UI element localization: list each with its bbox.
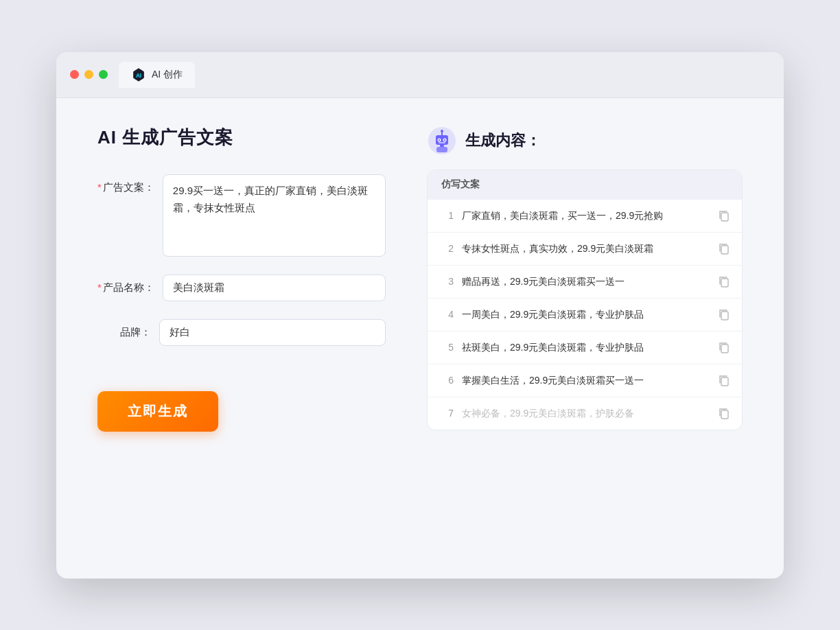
copy-icon[interactable] — [717, 275, 731, 288]
table-row: 2专抹女性斑点，真实功效，29.9元美白淡斑霜 — [428, 232, 742, 265]
svg-rect-10 — [440, 145, 444, 147]
required-star-1: * — [97, 181, 102, 193]
close-button[interactable] — [70, 70, 79, 79]
maximize-button[interactable] — [99, 70, 108, 79]
svg-text:AI: AI — [136, 72, 141, 78]
row-text: 厂家直销，美白淡斑霜，买一送一，29.9元抢购 — [462, 209, 709, 223]
generate-button[interactable]: 立即生成 — [97, 391, 218, 432]
product-name-label: *产品名称： — [97, 275, 163, 294]
required-star-2: * — [97, 281, 102, 293]
row-text: 一周美白，29.9元美白淡斑霜，专业护肤品 — [462, 307, 709, 322]
right-title: 生成内容： — [465, 130, 541, 151]
copy-icon[interactable] — [717, 406, 731, 420]
svg-rect-19 — [721, 410, 728, 419]
window-controls — [70, 70, 108, 79]
copy-icon[interactable] — [717, 242, 731, 255]
title-bar: AI AI 创作 — [56, 52, 784, 98]
tab-label: AI 创作 — [152, 69, 183, 81]
content-area: AI 生成广告文案 *广告文案： 29.9买一送一，真正的厂家直销，美白淡斑霜，… — [56, 98, 784, 579]
row-number: 7 — [439, 408, 454, 419]
table-row: 7女神必备，29.9元美白淡斑霜，护肤必备 — [428, 397, 742, 430]
browser-window: AI AI 创作 AI 生成广告文案 *广告文案： 29.9买一送一，真正的厂家… — [56, 52, 784, 579]
svg-rect-16 — [721, 312, 728, 320]
copy-icon[interactable] — [717, 373, 731, 387]
brand-input[interactable] — [159, 319, 386, 346]
brand-label: 品牌： — [97, 319, 159, 339]
ai-tab-icon: AI — [131, 67, 146, 82]
right-panel: 生成内容： 仿写文案 1厂家直销，美白淡斑霜，买一送一，29.9元抢购 2专抹女… — [427, 126, 743, 551]
row-number: 4 — [439, 309, 454, 320]
table-row: 4一周美白，29.9元美白淡斑霜，专业护肤品 — [428, 298, 742, 331]
svg-rect-17 — [721, 345, 728, 353]
row-number: 3 — [439, 276, 454, 287]
svg-rect-14 — [721, 246, 728, 254]
svg-point-7 — [444, 139, 445, 140]
results-table: 仿写文案 1厂家直销，美白淡斑霜，买一送一，29.9元抢购 2专抹女性斑点，真实… — [427, 170, 743, 430]
product-name-row: *产品名称： — [97, 275, 386, 301]
row-text: 女神必备，29.9元美白淡斑霜，护肤必备 — [462, 406, 709, 421]
table-row: 1厂家直销，美白淡斑霜，买一送一，29.9元抢购 — [428, 199, 742, 232]
row-number: 2 — [439, 243, 454, 254]
left-panel: AI 生成广告文案 *广告文案： 29.9买一送一，真正的厂家直销，美白淡斑霜，… — [97, 126, 386, 551]
svg-rect-11 — [436, 147, 447, 152]
page-title: AI 生成广告文案 — [97, 126, 386, 150]
product-name-input[interactable] — [163, 275, 386, 301]
robot-icon — [427, 126, 457, 156]
svg-rect-13 — [721, 213, 728, 221]
row-number: 1 — [439, 210, 454, 221]
copy-icon[interactable] — [717, 209, 731, 222]
tab-ai-creation[interactable]: AI AI 创作 — [119, 62, 195, 88]
row-number: 5 — [439, 342, 454, 353]
ad-copy-row: *广告文案： 29.9买一送一，真正的厂家直销，美白淡斑霜，专抹女性斑点 — [97, 174, 386, 257]
row-text: 祛斑美白，29.9元美白淡斑霜，专业护肤品 — [462, 340, 709, 355]
copy-icon[interactable] — [717, 340, 731, 354]
table-row: 5祛斑美白，29.9元美白淡斑霜，专业护肤品 — [428, 331, 742, 364]
copy-icon[interactable] — [717, 307, 731, 321]
row-text: 专抹女性斑点，真实功效，29.9元美白淡斑霜 — [462, 242, 709, 256]
ad-copy-label: *广告文案： — [97, 174, 163, 194]
svg-point-9 — [441, 130, 443, 132]
svg-rect-15 — [721, 279, 728, 287]
table-header: 仿写文案 — [428, 170, 742, 199]
row-text: 掌握美白生活，29.9元美白淡斑霜买一送一 — [462, 373, 709, 388]
svg-point-6 — [439, 139, 440, 140]
table-row: 3赠品再送，29.9元美白淡斑霜买一送一 — [428, 265, 742, 298]
svg-rect-12 — [439, 142, 445, 143]
right-header: 生成内容： — [427, 126, 743, 156]
row-number: 6 — [439, 375, 454, 386]
svg-rect-18 — [721, 377, 728, 386]
minimize-button[interactable] — [84, 70, 93, 79]
table-row: 6掌握美白生活，29.9元美白淡斑霜买一送一 — [428, 364, 742, 397]
brand-row: 品牌： — [97, 319, 386, 346]
ad-copy-input[interactable]: 29.9买一送一，真正的厂家直销，美白淡斑霜，专抹女性斑点 — [163, 174, 386, 257]
row-text: 赠品再送，29.9元美白淡斑霜买一送一 — [462, 275, 709, 289]
